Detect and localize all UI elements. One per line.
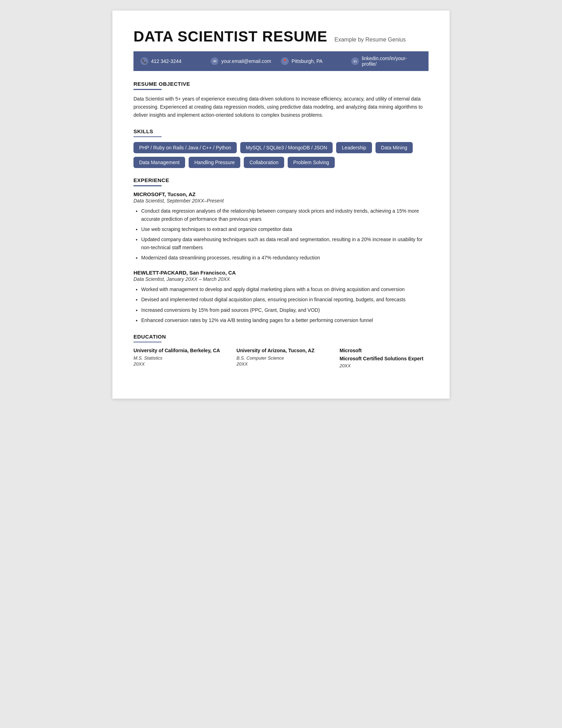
job-bullets: Worked with management to develop and ap…: [133, 285, 429, 324]
list-item: Enhanced conversion rates by 12% via A/B…: [141, 316, 429, 324]
skill-tag: Collaboration: [244, 157, 284, 168]
skill-tag: Problem Solving: [288, 157, 335, 168]
skills-section: SKILLS PHP / Ruby on Rails / Java / C++ …: [133, 128, 429, 168]
education-divider: [133, 342, 162, 343]
contact-phone: 📞 412 342-3244: [140, 57, 211, 65]
resume-main-title: DATA SCIENTIST RESUME: [133, 28, 327, 45]
contact-linkedin: in linkedin.com/in/your-profile/: [351, 56, 422, 67]
contact-location: 📍 Pittsburgh, PA: [281, 57, 351, 65]
job-title: Data Scientist, September 20XX–Present: [133, 198, 429, 204]
edu-year: 20XX: [340, 363, 429, 368]
phone-icon: 📞: [140, 57, 148, 65]
location-icon: 📍: [281, 57, 289, 65]
experience-section: EXPERIENCE MICROSOFT, Tucson, AZData Sci…: [133, 177, 429, 324]
skill-tag: MySQL / SQLite3 / MongoDB / JSON: [240, 142, 333, 153]
skill-tag: Data Mining: [375, 142, 413, 153]
list-item: Conduct data regression analyses of the …: [141, 207, 429, 223]
edu-year: 20XX: [133, 361, 222, 367]
resume-subtitle: Example by Resume Genius: [334, 37, 406, 43]
list-item: Modernized data streamlining processes, …: [141, 254, 429, 262]
objective-section: RESUME OBJECTIVE Data Scientist with 5+ …: [133, 81, 429, 119]
edu-item: MicrosoftMicrosoft Certified Solutions E…: [340, 347, 429, 368]
education-title: EDUCATION: [133, 334, 429, 340]
linkedin-icon: in: [351, 57, 359, 65]
list-item: Use web scraping techniques to extract a…: [141, 225, 429, 233]
skill-tag: PHP / Ruby on Rails / Java / C++ / Pytho…: [133, 142, 237, 153]
job-entry: HEWLETT-PACKARD, San Francisco, CAData S…: [133, 270, 429, 324]
job-bullets: Conduct data regression analyses of the …: [133, 207, 429, 262]
experience-divider: [133, 185, 162, 186]
objective-divider: [133, 89, 162, 90]
edu-school: Microsoft: [340, 347, 429, 354]
skill-tag: Handling Pressure: [189, 157, 240, 168]
skill-tag: Leadership: [336, 142, 372, 153]
job-company: MICROSOFT, Tucson, AZ: [133, 191, 429, 197]
edu-item: University of California, Berkeley, CAM.…: [133, 347, 222, 368]
edu-school: University of Arizona, Tucson, AZ: [236, 347, 325, 354]
list-item: Updated company data warehousing techniq…: [141, 236, 429, 252]
jobs-container: MICROSOFT, Tucson, AZData Scientist, Sep…: [133, 191, 429, 324]
list-item: Worked with management to develop and ap…: [141, 285, 429, 294]
skills-divider: [133, 136, 162, 137]
header-title-row: DATA SCIENTIST RESUME Example by Resume …: [133, 28, 429, 45]
edu-year: 20XX: [236, 361, 325, 367]
resume-container: DATA SCIENTIST RESUME Example by Resume …: [112, 11, 450, 399]
list-item: Increased conversions by 15% from paid s…: [141, 306, 429, 314]
edu-cert-title: Microsoft Certified Solutions Expert: [340, 355, 429, 362]
objective-text: Data Scientist with 5+ years of experien…: [133, 95, 429, 119]
contact-email: ✉ your.email@email.com: [211, 57, 281, 65]
job-company: HEWLETT-PACKARD, San Francisco, CA: [133, 270, 429, 276]
edu-degree: M.S. Statistics: [133, 355, 222, 361]
education-grid: University of California, Berkeley, CAM.…: [133, 347, 429, 368]
job-title: Data Scientist, January 20XX – March 20X…: [133, 276, 429, 282]
skills-grid: PHP / Ruby on Rails / Java / C++ / Pytho…: [133, 142, 429, 168]
edu-school: University of California, Berkeley, CA: [133, 347, 222, 354]
education-section: EDUCATION University of California, Berk…: [133, 334, 429, 369]
list-item: Devised and implemented robust digital a…: [141, 296, 429, 304]
skills-title: SKILLS: [133, 128, 429, 134]
edu-item: University of Arizona, Tucson, AZB.S. Co…: [236, 347, 325, 368]
experience-title: EXPERIENCE: [133, 177, 429, 183]
contact-bar: 📞 412 342-3244 ✉ your.email@email.com 📍 …: [133, 51, 429, 71]
email-icon: ✉: [211, 57, 218, 65]
job-entry: MICROSOFT, Tucson, AZData Scientist, Sep…: [133, 191, 429, 262]
skill-tag: Data Management: [133, 157, 185, 168]
edu-degree: B.S. Computer Science: [236, 355, 325, 361]
objective-title: RESUME OBJECTIVE: [133, 81, 429, 87]
